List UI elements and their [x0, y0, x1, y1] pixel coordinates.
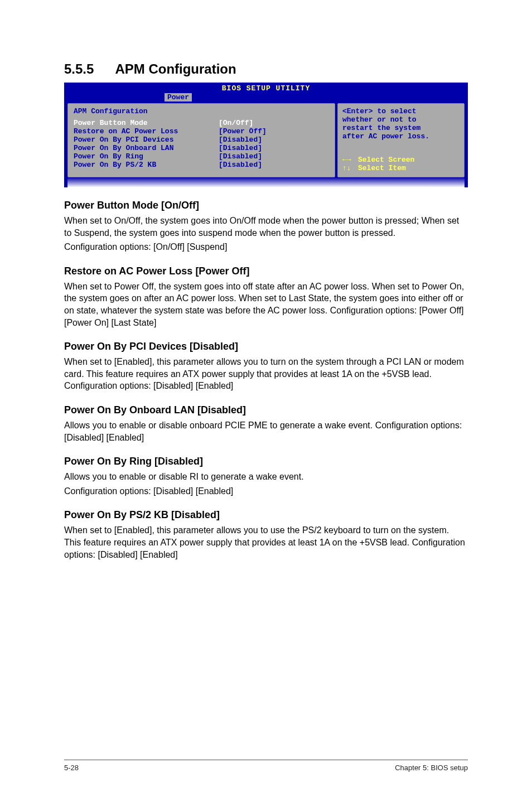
bios-nav-help: ←→Select Screen ↑↓Select Item — [342, 156, 414, 172]
bios-option-row[interactable]: Power On By Ring [Disabled] — [74, 152, 329, 161]
bios-option-key: Power On By PS/2 KB — [74, 161, 219, 169]
subheading-restore-ac: Restore on AC Power Loss [Power Off] — [64, 265, 468, 277]
bios-option-value: [On/Off] — [219, 119, 253, 127]
bios-left-panel: APM Configuration Power Button Mode [On/… — [67, 103, 335, 177]
bios-fade — [67, 177, 465, 187]
bios-option-value: [Disabled] — [219, 152, 262, 161]
bios-option-key: Power On By PCI Devices — [74, 136, 219, 144]
bios-option-row[interactable]: Power On By PCI Devices [Disabled] — [74, 136, 329, 144]
subheading-pci: Power On By PCI Devices [Disabled] — [64, 341, 468, 352]
bios-tab-row: Power — [64, 93, 468, 103]
subheading-ring: Power On By Ring [Disabled] — [64, 456, 468, 467]
paragraph: Configuration options: [On/Off] [Suspend… — [64, 241, 468, 253]
page-number: 5-28 — [64, 764, 79, 772]
arrow-ud-icon: ↑↓ — [342, 164, 358, 172]
paragraph: When set to On/Off, the system goes into… — [64, 215, 468, 239]
bios-help-panel: <Enter> to select whether or not to rest… — [337, 103, 465, 177]
bios-option-key: Power On By Ring — [74, 152, 219, 161]
bios-help-line: <Enter> to select — [342, 107, 460, 115]
paragraph: Allows you to enable or disable RI to ge… — [64, 471, 468, 483]
bios-option-value: [Disabled] — [219, 161, 262, 169]
bios-app-title: BIOS SETUP UTILITY — [64, 83, 468, 93]
section-number: 5.5.5 — [64, 61, 94, 76]
bios-nav-text: Select Screen — [358, 156, 414, 164]
bios-option-value: [Disabled] — [219, 144, 262, 152]
bios-nav-text: Select Item — [358, 164, 406, 172]
chapter-label: Chapter 5: BIOS setup — [395, 764, 468, 772]
paragraph: Configuration options: [Disabled] [Enabl… — [64, 485, 468, 497]
bios-option-row[interactable]: Power On By Onboard LAN [Disabled] — [74, 144, 329, 152]
subheading-onboard-lan: Power On By Onboard LAN [Disabled] — [64, 404, 468, 416]
bios-help-line: restart the system — [342, 124, 460, 132]
paragraph: When set to Power Off, the system goes i… — [64, 281, 468, 328]
arrow-lr-icon: ←→ — [342, 156, 358, 164]
section-title: APM Configuration — [115, 61, 236, 76]
bios-option-key: Power On By Onboard LAN — [74, 144, 219, 152]
bios-option-value: [Disabled] — [219, 136, 262, 144]
bios-option-key: Restore on AC Power Loss — [74, 127, 219, 136]
bios-option-row[interactable]: Power Button Mode [On/Off] — [74, 119, 329, 127]
paragraph: When set to [Enabled], this parameter al… — [64, 524, 468, 561]
page-footer: 5-28 Chapter 5: BIOS setup — [64, 760, 468, 772]
bios-option-key: Power Button Mode — [74, 119, 219, 127]
bios-help-line: after AC power loss. — [342, 132, 460, 141]
bios-option-value: [Power Off] — [219, 127, 267, 136]
section-heading: 5.5.5APM Configuration — [64, 61, 468, 77]
paragraph: Allows you to enable or disable onboard … — [64, 419, 468, 443]
bios-tab-power[interactable]: Power — [165, 93, 192, 102]
bios-option-row[interactable]: Power On By PS/2 KB [Disabled] — [74, 161, 329, 169]
bios-option-row[interactable]: Restore on AC Power Loss [Power Off] — [74, 127, 329, 136]
paragraph: When set to [Enabled], this parameter al… — [64, 356, 468, 392]
bios-panel-title: APM Configuration — [74, 107, 329, 115]
bios-screenshot: BIOS SETUP UTILITY Power APM Configurati… — [64, 83, 468, 187]
subheading-ps2: Power On By PS/2 KB [Disabled] — [64, 509, 468, 521]
subheading-power-button-mode: Power Button Mode [On/Off] — [64, 200, 468, 211]
bios-help-line: whether or not to — [342, 115, 460, 124]
